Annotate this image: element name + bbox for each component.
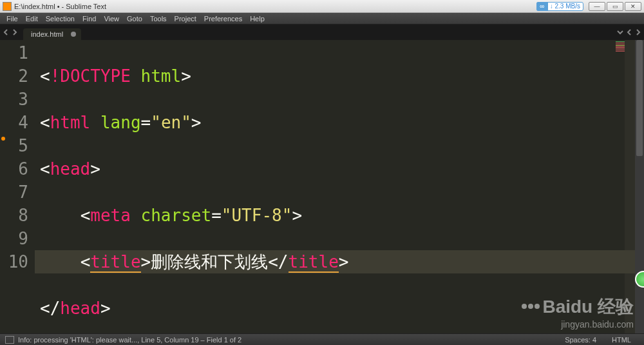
menu-file[interactable]: File	[3, 15, 22, 23]
status-info: Info: processing 'HTML': please wait...,…	[18, 336, 242, 344]
line-number: 8	[0, 204, 28, 227]
line-gutter: 1 2 3 4 5 6 7 8 9 10	[0, 40, 35, 333]
tab-label: index.html	[31, 30, 63, 38]
tab-dirty-indicator[interactable]	[71, 32, 76, 37]
code-line-6: </head>	[40, 297, 625, 320]
menu-selection[interactable]: Selection	[42, 15, 79, 23]
code-line-1: <!DOCTYPE html>	[40, 64, 625, 88]
vertical-scrollbar[interactable]	[635, 40, 644, 333]
menu-project[interactable]: Project	[171, 15, 200, 23]
nav-fwd2-icon[interactable]	[635, 29, 641, 35]
titlebar: E:\index.html • - Sublime Text ∞ ↓ 2.3 M…	[0, 0, 644, 13]
nav-back2-icon[interactable]	[626, 29, 632, 35]
network-speed-badge[interactable]: ∞ ↓ 2.3 MB/s	[536, 2, 583, 11]
minimap-gutter	[625, 40, 635, 333]
code-line-4: <meta charset="UTF-8">	[40, 204, 625, 227]
code-line-3: <head>	[40, 157, 625, 181]
line-number: 1	[0, 41, 28, 64]
code-content[interactable]: <!DOCTYPE html> <html lang="en"> <head> …	[35, 40, 625, 333]
line-number: 9	[0, 227, 28, 250]
app-icon	[3, 2, 12, 11]
line-number: 3	[0, 88, 28, 111]
nav-back-icon[interactable]	[3, 29, 9, 35]
minimap[interactable]	[616, 40, 625, 52]
statusbar-panel-icon[interactable]	[5, 336, 14, 344]
code-line-5: <title>删除线和下划线</title>	[35, 250, 638, 273]
status-spaces[interactable]: Spaces: 4	[557, 336, 604, 344]
line-number: 10	[0, 250, 28, 273]
menu-edit[interactable]: Edit	[22, 15, 42, 23]
dropdown-icon[interactable]	[617, 29, 623, 35]
menu-view[interactable]: View	[100, 15, 123, 23]
menubar: File Edit Selection Find View Goto Tools…	[0, 13, 644, 25]
gutter-marker-icon	[1, 137, 5, 141]
cloud-icon: ∞	[536, 2, 548, 11]
line-number: 4	[0, 111, 28, 134]
close-button[interactable]: ✕	[625, 2, 641, 11]
menu-goto[interactable]: Goto	[123, 15, 146, 23]
nav-fwd-icon[interactable]	[12, 29, 18, 35]
editor-area[interactable]: 1 2 3 4 5 6 7 8 9 10 <!DOCTYPE html> <ht…	[0, 40, 644, 333]
minimize-button[interactable]: —	[589, 2, 605, 11]
tab-index-html[interactable]: index.html	[23, 28, 81, 40]
status-syntax[interactable]: HTML	[604, 336, 639, 344]
menu-find[interactable]: Find	[79, 15, 100, 23]
menu-tools[interactable]: Tools	[146, 15, 171, 23]
tabbar: index.html	[0, 25, 644, 40]
maximize-button[interactable]: ▭	[607, 2, 623, 11]
statusbar: Info: processing 'HTML': please wait...,…	[0, 333, 644, 345]
line-number: 6	[0, 157, 28, 181]
scrollbar-thumb[interactable]	[636, 40, 643, 156]
line-number: 7	[0, 181, 28, 204]
menu-preferences[interactable]: Preferences	[200, 15, 246, 23]
window-title: E:\index.html • - Sublime Text	[14, 3, 106, 10]
menu-help[interactable]: Help	[246, 15, 269, 23]
line-number: 2	[0, 64, 28, 88]
code-line-2: <html lang="en">	[40, 111, 625, 134]
